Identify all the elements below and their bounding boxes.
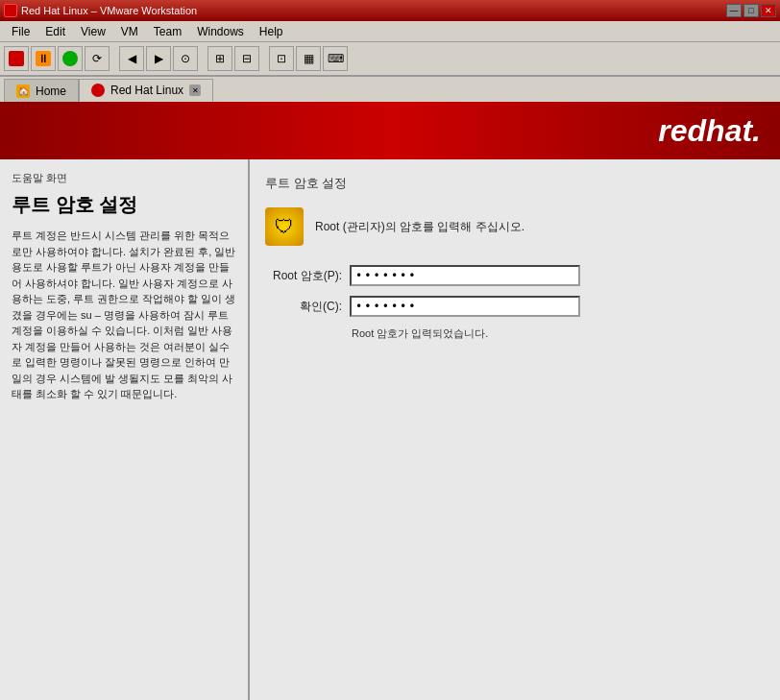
- pause-button[interactable]: ⏸: [31, 46, 56, 71]
- redhat-icon: [91, 84, 105, 97]
- confirm-password-input[interactable]: [350, 296, 580, 317]
- menu-bar: File Edit View VM Team Windows Help: [0, 21, 780, 42]
- menu-help[interactable]: Help: [252, 23, 291, 40]
- console-button[interactable]: ⊡: [269, 46, 294, 71]
- intro-text: Root (관리자)의 암호를 입력해 주십시오.: [315, 219, 524, 235]
- minimize-button[interactable]: —: [726, 4, 742, 17]
- shield-icon: 🛡: [265, 207, 304, 246]
- menu-windows[interactable]: Windows: [189, 23, 252, 40]
- next-state-button[interactable]: ▶: [146, 46, 171, 71]
- root-password-input[interactable]: [350, 265, 580, 286]
- help-section-label: 도움말 화면: [12, 171, 236, 185]
- full-screen-button[interactable]: ⊞: [207, 46, 232, 71]
- remote-console-button[interactable]: ▦: [296, 46, 321, 71]
- tab-home[interactable]: 🏠 Home: [4, 79, 79, 102]
- stop-button[interactable]: [4, 46, 29, 71]
- menu-vm[interactable]: VM: [113, 23, 146, 40]
- tab-bar: 🏠 Home Red Hat Linux ✕: [0, 77, 780, 102]
- toolbar: ⏸ ⟳ ◀ ▶ ⊙ ⊞ ⊟ ⊡ ▦ ⌨: [0, 42, 780, 77]
- help-panel: 도움말 화면 루트 암호 설정 루트 계정은 반드시 시스템 관리를 위한 목적…: [0, 159, 250, 700]
- main-panel: 도움말 화면 루트 암호 설정 루트 계정은 반드시 시스템 관리를 위한 목적…: [0, 159, 780, 700]
- menu-team[interactable]: Team: [146, 23, 189, 40]
- prev-state-button[interactable]: ◀: [119, 46, 144, 71]
- tab-close-button[interactable]: ✕: [189, 84, 201, 96]
- help-text: 루트 계정은 반드시 시스템 관리를 위한 목적으로만 사용하여야 합니다. 설…: [12, 228, 236, 402]
- menu-view[interactable]: View: [73, 23, 113, 40]
- home-icon: 🏠: [16, 84, 30, 98]
- snapshot-button[interactable]: ⊙: [173, 46, 198, 71]
- confirm-row: 확인(C):: [265, 296, 765, 317]
- password-label: Root 암호(P):: [265, 268, 342, 284]
- ctrl-alt-del-button[interactable]: ⌨: [323, 46, 348, 71]
- tab-redhat[interactable]: Red Hat Linux ✕: [79, 79, 213, 102]
- close-button[interactable]: ✕: [761, 4, 776, 17]
- vm-area: redhat. 도움말 화면 루트 암호 설정 루트 계정은 반드시 시스템 관…: [0, 102, 780, 700]
- password-message: Root 암호가 입력되었습니다.: [352, 326, 765, 341]
- menu-edit[interactable]: Edit: [37, 23, 73, 40]
- tab-redhat-label: Red Hat Linux: [110, 84, 183, 97]
- password-row: Root 암호(P):: [265, 265, 765, 286]
- help-title: 루트 암호 설정: [12, 193, 236, 216]
- app-icon: [4, 4, 17, 17]
- play-button[interactable]: [58, 46, 83, 71]
- title-bar: Red Hat Linux – VMware Workstation — □ ✕: [0, 0, 780, 21]
- form-panel: 루트 암호 설정 🛡 Root (관리자)의 암호를 입력해 주십시오. Roo…: [250, 159, 780, 700]
- section-title: 루트 암호 설정: [265, 175, 765, 192]
- form-intro: 🛡 Root (관리자)의 암호를 입력해 주십시오.: [265, 207, 765, 246]
- maximize-button[interactable]: □: [743, 4, 759, 17]
- unity-button[interactable]: ⊟: [234, 46, 259, 71]
- menu-file[interactable]: File: [4, 23, 37, 40]
- window-controls[interactable]: — □ ✕: [726, 4, 776, 17]
- redhat-header: redhat.: [0, 102, 780, 159]
- confirm-label: 확인(C):: [265, 299, 342, 315]
- window-title: Red Hat Linux – VMware Workstation: [21, 5, 197, 16]
- reset-button[interactable]: ⟳: [85, 46, 110, 71]
- redhat-logo: redhat.: [658, 113, 761, 149]
- tab-home-label: Home: [36, 84, 66, 98]
